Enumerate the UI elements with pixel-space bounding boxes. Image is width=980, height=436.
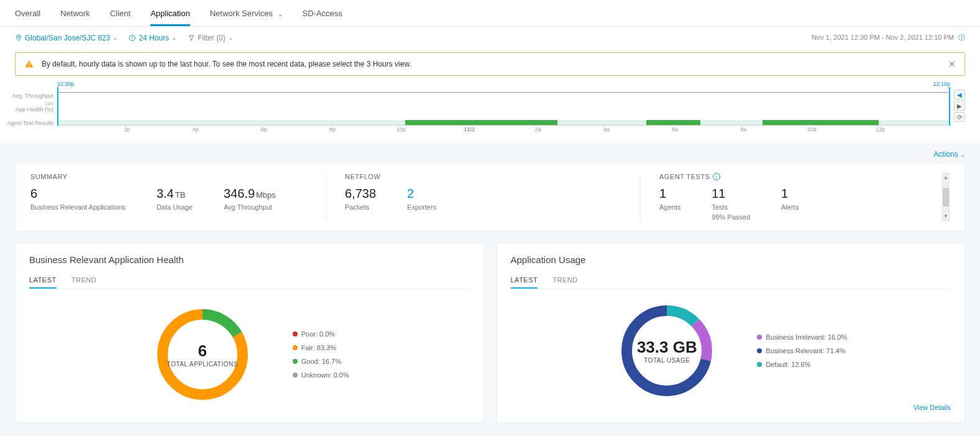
- view-details-link[interactable]: View Details: [511, 404, 951, 411]
- health-donut: 6 TOTAL APPLICATIONS: [150, 302, 255, 407]
- timeline-collapse-button[interactable]: ◀: [954, 90, 965, 100]
- netflow-packets-value: 6,738: [345, 187, 376, 201]
- summary-apps-label: Business Relevant Applications: [30, 203, 126, 211]
- tl-xtick: 2a: [535, 126, 541, 132]
- legend-default: Default: 12.6%: [757, 361, 847, 368]
- netflow-packets-label: Packets: [345, 203, 376, 211]
- summary-data-unit: TB: [175, 190, 186, 200]
- health-center-label: TOTAL APPLICATIONS: [167, 361, 238, 368]
- info-icon[interactable]: i: [713, 173, 720, 180]
- usage-tab-trend[interactable]: TREND: [552, 272, 577, 289]
- tl-end-label: 12:10p: [933, 81, 950, 87]
- usage-tab-latest[interactable]: LATEST: [511, 272, 538, 289]
- agents-label: Agents: [659, 203, 680, 211]
- summary-apps-value: 6: [30, 187, 126, 201]
- tests-label: Tests: [712, 203, 750, 211]
- legend-relevant: Business Relevant: 71.4%: [757, 347, 847, 355]
- netflow-exporters-value: 2: [407, 187, 436, 201]
- actions-label: Actions: [933, 150, 958, 159]
- legend-poor: Poor: 0.0%: [293, 330, 349, 338]
- usage-panel-title: Application Usage: [511, 254, 951, 265]
- summary-card: SUMMARY 6 Business Relevant Applications…: [15, 162, 965, 231]
- chevron-down-icon: ⌄: [278, 11, 283, 17]
- tl-xtick: 4p: [192, 126, 198, 132]
- tl-start-label: 12:30p: [57, 81, 75, 87]
- timeline-expand-button[interactable]: ▶: [954, 101, 965, 111]
- timerange-label: 24 Hours: [139, 34, 169, 42]
- filter-icon: [188, 34, 195, 42]
- tab-network-services[interactable]: Network Services ⌄: [210, 4, 283, 26]
- usage-donut: 33.3 GB TOTAL USAGE: [614, 298, 720, 404]
- date-range-text: Nov 1, 2021 12:30 PM - Nov 2, 2021 12:10…: [812, 34, 954, 41]
- tab-sd-access[interactable]: SD-Access: [303, 4, 342, 26]
- legend-irrelevant: Business Irrelevant: 16.0%: [757, 333, 847, 341]
- timeline: Avg. Throughput App Health (%) Agent Tes…: [0, 81, 980, 142]
- health-tab-latest[interactable]: LATEST: [29, 272, 57, 289]
- netflow-exporters[interactable]: 2 Exporters: [407, 187, 436, 211]
- ylabel-agent: Agent Test Results: [5, 121, 53, 127]
- netflow-packets: 6,738 Packets: [345, 187, 376, 211]
- chevron-down-icon: ⌄: [960, 151, 965, 158]
- summary-data: 3.4TB Data Usage: [157, 187, 193, 211]
- info-alert: By default, hourly data is shown up to t…: [15, 52, 965, 76]
- top-tabs: Overall Network Client Application Netwo…: [0, 0, 980, 27]
- ylabel-throughput: Avg. Throughput: [5, 93, 53, 100]
- summary-data-label: Data Usage: [157, 203, 193, 211]
- summary-apps: 6 Business Relevant Applications: [30, 187, 126, 211]
- toolbar: Global/San Jose/SJC 823 ⌄ 24 Hours ⌄ Fil…: [0, 27, 980, 49]
- tab-network[interactable]: Network: [60, 4, 90, 26]
- location-selector[interactable]: Global/San Jose/SJC 823 ⌄: [15, 34, 117, 42]
- summary-scrollbar[interactable]: ▲ ▼: [942, 173, 950, 221]
- health-legend: Poor: 0.0% Fair: 83.3% Good: 16.7% Unkno…: [293, 330, 349, 379]
- tab-label: Network Services: [210, 9, 273, 18]
- actions-dropdown[interactable]: Actions ⌄: [15, 150, 965, 162]
- alerts-value: 1: [781, 187, 799, 201]
- alert-text: By default, hourly data is shown up to t…: [42, 60, 411, 68]
- date-range: Nov 1, 2021 12:30 PM - Nov 2, 2021 12:10…: [812, 33, 965, 42]
- location-icon: [15, 34, 22, 42]
- usage-center-label: TOTAL USAGE: [644, 357, 690, 364]
- summary-throughput-value: 346.9: [224, 187, 255, 200]
- warning-icon: [24, 59, 34, 69]
- tab-overall[interactable]: Overall: [15, 4, 40, 26]
- summary-throughput-label: Avg Throughput: [224, 203, 276, 211]
- usage-panel: Application Usage LATEST TREND: [497, 243, 966, 423]
- chevron-down-icon: ⌄: [228, 34, 233, 41]
- health-tab-trend[interactable]: TREND: [71, 272, 96, 289]
- svg-rect-3: [29, 66, 29, 67]
- netflow-title: NETFLOW: [345, 173, 621, 180]
- filter-label: Filter (0): [198, 34, 226, 42]
- agent-tests-title: AGENT TESTS: [659, 173, 710, 180]
- close-icon[interactable]: ✕: [948, 59, 956, 69]
- agents-value: 1: [659, 187, 680, 201]
- agent-tests-agents: 1 Agents: [659, 187, 680, 221]
- chevron-down-icon: ⌄: [112, 34, 117, 41]
- legend-unknown: Unknown: 0.0%: [293, 371, 349, 379]
- info-icon[interactable]: ⓘ: [958, 34, 965, 41]
- tl-xtick: 6a: [672, 126, 678, 132]
- location-label: Global/San Jose/SJC 823: [25, 34, 110, 42]
- tl-xtick: 10p: [396, 126, 406, 132]
- timerange-selector[interactable]: 24 Hours ⌄: [129, 34, 176, 42]
- health-panel: Business Relevant Application Health LAT…: [15, 243, 484, 423]
- filter-selector[interactable]: Filter (0) ⌄: [188, 34, 233, 42]
- ylabel-health: App Health (%): [5, 107, 53, 113]
- timeline-chart[interactable]: 12:30p 12:10p 100 2p4p6p8p10p11/22a4a6a8…: [57, 81, 950, 134]
- tests-sublabel: 99% Passed: [712, 213, 750, 221]
- timeline-refresh-button[interactable]: ⟳: [954, 112, 965, 122]
- usage-center-value: 33.3 GB: [637, 338, 697, 357]
- legend-good: Good: 16.7%: [293, 358, 349, 365]
- tl-xtick: 2p: [124, 126, 130, 132]
- agent-tests-tests: 11 Tests 99% Passed: [712, 187, 750, 221]
- netflow-exporters-label: Exporters: [407, 203, 436, 211]
- tl-xtick: 6p: [261, 126, 267, 132]
- scroll-up-icon: ▲: [943, 175, 948, 180]
- scroll-thumb[interactable]: [943, 188, 949, 206]
- tab-application[interactable]: Application: [150, 4, 190, 26]
- health-panel-title: Business Relevant Application Health: [29, 254, 470, 265]
- tl-tick-100: 100: [45, 101, 53, 106]
- tl-xtick: 8a: [740, 126, 746, 132]
- clock-icon: [129, 34, 136, 42]
- tab-client[interactable]: Client: [110, 4, 131, 26]
- summary-title: SUMMARY: [30, 173, 307, 180]
